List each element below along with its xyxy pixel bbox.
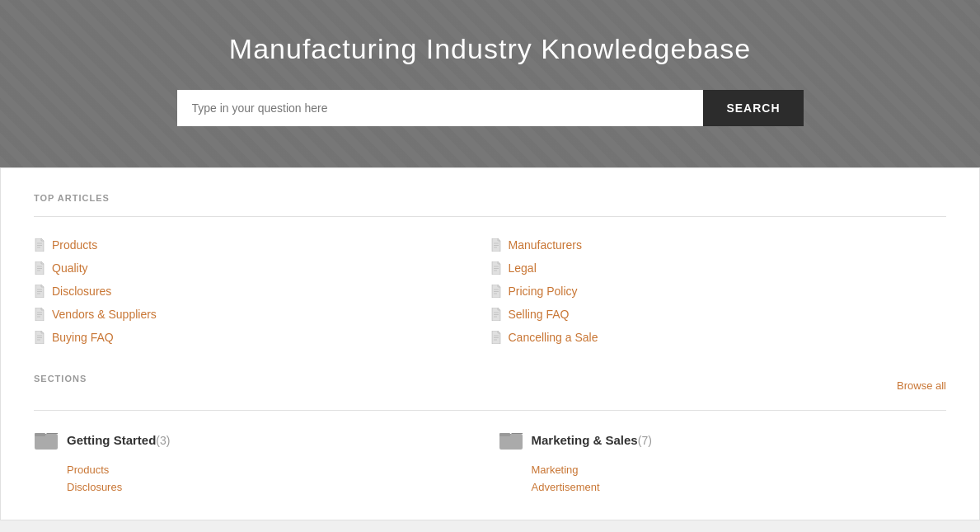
section-link[interactable]: Marketing bbox=[532, 462, 947, 478]
article-link: Vendors & Suppliers bbox=[52, 308, 157, 321]
article-link: Disclosures bbox=[52, 285, 111, 298]
article-item[interactable]: Disclosures bbox=[34, 280, 490, 303]
search-button[interactable]: SEARCH bbox=[703, 90, 803, 126]
folder-icon bbox=[34, 427, 59, 452]
article-link: Quality bbox=[52, 261, 88, 275]
sections-divider bbox=[34, 410, 946, 411]
article-link: Pricing Policy bbox=[509, 285, 578, 298]
article-link: Cancelling a Sale bbox=[509, 331, 598, 344]
search-bar: SEARCH bbox=[177, 90, 804, 126]
article-link: Buying FAQ bbox=[52, 331, 114, 344]
doc-icon bbox=[34, 238, 45, 252]
section-card-links: ProductsDisclosures bbox=[34, 462, 482, 495]
section-card-links: MarketingAdvertisement bbox=[499, 462, 947, 495]
browse-all-link[interactable]: Browse all bbox=[897, 379, 946, 392]
sections-grid: Getting Started(3) ProductsDisclosures M… bbox=[34, 427, 946, 495]
main-content: TOP ARTICLES Products Quality Disclosure… bbox=[0, 167, 980, 520]
article-item[interactable]: Cancelling a Sale bbox=[490, 326, 947, 349]
article-link: Products bbox=[52, 238, 97, 252]
section-card-header: Marketing & Sales(7) bbox=[499, 427, 947, 452]
article-item[interactable]: Legal bbox=[490, 257, 947, 280]
svg-rect-33 bbox=[499, 433, 510, 436]
section-card-header: Getting Started(3) bbox=[34, 427, 482, 452]
article-item[interactable]: Selling FAQ bbox=[490, 303, 947, 326]
doc-icon bbox=[490, 331, 502, 344]
articles-right-col: Manufacturers Legal Pricing Policy Selli… bbox=[490, 233, 947, 349]
svg-rect-31 bbox=[35, 433, 45, 436]
article-item[interactable]: Manufacturers bbox=[490, 233, 947, 257]
doc-icon bbox=[34, 331, 45, 344]
doc-icon bbox=[490, 285, 502, 298]
section-card-count: (3) bbox=[156, 434, 170, 447]
sections-header: SECTIONS Browse all bbox=[34, 374, 946, 397]
article-link: Legal bbox=[509, 261, 537, 275]
doc-icon bbox=[34, 285, 45, 298]
doc-icon bbox=[490, 238, 502, 252]
article-item[interactable]: Products bbox=[34, 233, 490, 257]
page-header: Manufacturing Industry Knowledgebase SEA… bbox=[0, 0, 980, 167]
section-link[interactable]: Advertisement bbox=[532, 479, 947, 495]
articles-grid: Products Quality Disclosures Vendors & S… bbox=[34, 233, 946, 349]
folder-icon bbox=[499, 427, 523, 452]
article-link: Selling FAQ bbox=[509, 308, 570, 321]
section-link[interactable]: Products bbox=[67, 462, 482, 478]
article-link: Manufacturers bbox=[509, 238, 582, 252]
article-item[interactable]: Quality bbox=[34, 257, 490, 280]
article-item[interactable]: Pricing Policy bbox=[490, 280, 947, 303]
articles-left-col: Products Quality Disclosures Vendors & S… bbox=[34, 233, 490, 349]
article-item[interactable]: Vendors & Suppliers bbox=[34, 303, 490, 326]
section-link[interactable]: Disclosures bbox=[67, 479, 482, 495]
page-title: Manufacturing Industry Knowledgebase bbox=[16, 33, 964, 65]
section-card-title[interactable]: Getting Started(3) bbox=[67, 433, 170, 447]
doc-icon bbox=[490, 261, 502, 275]
section-card-count: (7) bbox=[638, 434, 652, 447]
sections-label: SECTIONS bbox=[34, 374, 87, 384]
section-card-title[interactable]: Marketing & Sales(7) bbox=[532, 433, 652, 447]
article-item[interactable]: Buying FAQ bbox=[34, 326, 490, 349]
search-input[interactable] bbox=[177, 90, 704, 126]
doc-icon bbox=[34, 308, 45, 321]
section-card: Marketing & Sales(7) MarketingAdvertisem… bbox=[499, 427, 947, 495]
doc-icon bbox=[34, 261, 45, 275]
section-card: Getting Started(3) ProductsDisclosures bbox=[34, 427, 482, 495]
top-articles-divider bbox=[34, 216, 946, 217]
top-articles-label: TOP ARTICLES bbox=[34, 193, 946, 203]
doc-icon bbox=[490, 308, 502, 321]
